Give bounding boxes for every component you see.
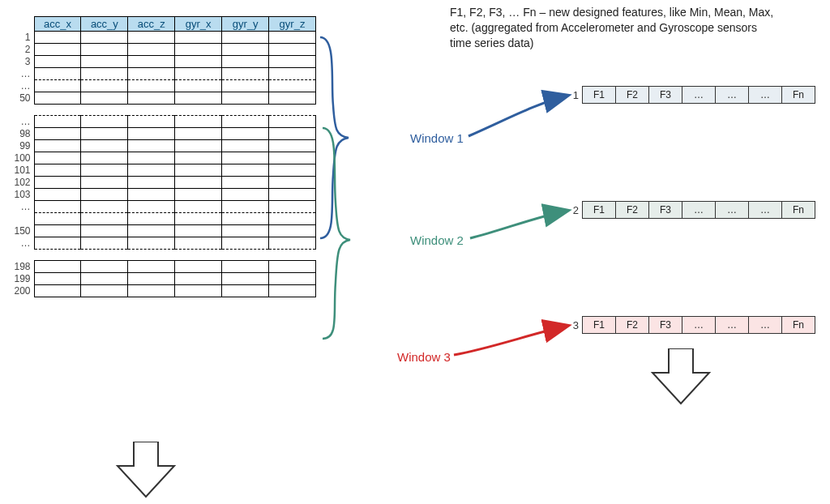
raw-cell [128, 152, 175, 164]
col-gyr-x: gyr_x [175, 17, 222, 32]
raw-cell [175, 164, 222, 177]
raw-cell [128, 273, 175, 285]
raw-cell [81, 116, 128, 128]
col-acc-y: acc_y [81, 17, 128, 32]
raw-header-row: acc_x acc_y acc_z gyr_x gyr_y gyr_z [8, 17, 316, 32]
window-3-label: Window 3 [397, 350, 451, 364]
feature-cell: Fn [782, 317, 815, 334]
raw-cell [81, 213, 128, 225]
raw-cell [81, 201, 128, 213]
table-row [8, 250, 316, 261]
raw-cell [34, 68, 81, 80]
row-index: 99 [8, 140, 34, 152]
raw-cell [222, 92, 269, 105]
raw-cell [34, 56, 81, 68]
raw-cell [34, 273, 81, 285]
raw-cell [269, 285, 316, 297]
raw-cell [175, 92, 222, 105]
down-arrow-features [648, 348, 713, 405]
raw-cell [34, 128, 81, 140]
arrow-window-3 [454, 326, 567, 355]
col-acc-z: acc_z [128, 17, 175, 32]
feature-cell: F2 [616, 202, 649, 219]
raw-cell [269, 92, 316, 105]
raw-cell [175, 237, 222, 250]
raw-cell [175, 201, 222, 213]
raw-cell [269, 201, 316, 213]
raw-cell [269, 140, 316, 152]
raw-cell [128, 44, 175, 56]
raw-cell [81, 44, 128, 56]
raw-cell [222, 177, 269, 189]
table-row: … [8, 116, 316, 128]
raw-cell [222, 261, 269, 273]
feature-cell: F3 [649, 202, 682, 219]
raw-cell [269, 44, 316, 56]
feature-row-2: 2 F1F2F3………Fn [566, 201, 815, 219]
raw-cell [128, 201, 175, 213]
raw-cell [269, 213, 316, 225]
feature-cell: F3 [649, 87, 682, 104]
raw-cell [34, 237, 81, 250]
raw-cell [128, 140, 175, 152]
raw-cell [222, 44, 269, 56]
feature-cell: F1 [583, 87, 616, 104]
feature-cell: … [749, 202, 782, 219]
col-gyr-z: gyr_z [269, 17, 316, 32]
raw-cell [34, 164, 81, 177]
raw-cell [81, 32, 128, 44]
table-row: 98 [8, 128, 316, 140]
row-index: 150 [8, 225, 34, 237]
feature-cell: F1 [583, 317, 616, 334]
raw-cell [222, 140, 269, 152]
raw-cell [222, 213, 269, 225]
table-row: 100 [8, 152, 316, 164]
raw-cell [128, 80, 175, 92]
feature-cell: F2 [616, 87, 649, 104]
raw-cell [34, 189, 81, 201]
raw-cell [128, 164, 175, 177]
raw-cell [34, 177, 81, 189]
row-index: 102 [8, 177, 34, 189]
raw-cell [269, 68, 316, 80]
table-row: 1 [8, 32, 316, 44]
table-row: 101 [8, 164, 316, 177]
brace-window-2 [323, 128, 350, 339]
raw-cell [175, 44, 222, 56]
feature-cell: F1 [583, 202, 616, 219]
raw-cell [269, 116, 316, 128]
raw-cell [128, 213, 175, 225]
window-2-label: Window 2 [410, 233, 464, 247]
row-index: … [8, 80, 34, 92]
raw-cell [34, 285, 81, 297]
raw-cell [81, 237, 128, 250]
raw-cell [34, 261, 81, 273]
raw-cell [81, 68, 128, 80]
row-index: 200 [8, 285, 34, 297]
table-row: 199 [8, 273, 316, 285]
raw-cell [34, 116, 81, 128]
raw-cell [175, 68, 222, 80]
raw-cell [175, 273, 222, 285]
raw-cell [222, 285, 269, 297]
feature-cell: F2 [616, 317, 649, 334]
row-index: 2 [8, 44, 34, 56]
raw-cell [34, 201, 81, 213]
row-index: … [8, 116, 34, 128]
raw-cell [269, 237, 316, 250]
row-index: 101 [8, 164, 34, 177]
raw-cell [269, 273, 316, 285]
raw-cell [128, 177, 175, 189]
raw-cell [175, 285, 222, 297]
row-index: 1 [8, 32, 34, 44]
raw-cell [175, 80, 222, 92]
feature-cell: … [749, 317, 782, 334]
feature-cell: Fn [782, 202, 815, 219]
raw-cell [222, 201, 269, 213]
row-index: … [8, 68, 34, 80]
raw-cell [81, 56, 128, 68]
raw-cell [222, 152, 269, 164]
col-acc-x: acc_x [34, 17, 81, 32]
feature-cell: … [682, 202, 716, 219]
feature-cell: F3 [649, 317, 682, 334]
